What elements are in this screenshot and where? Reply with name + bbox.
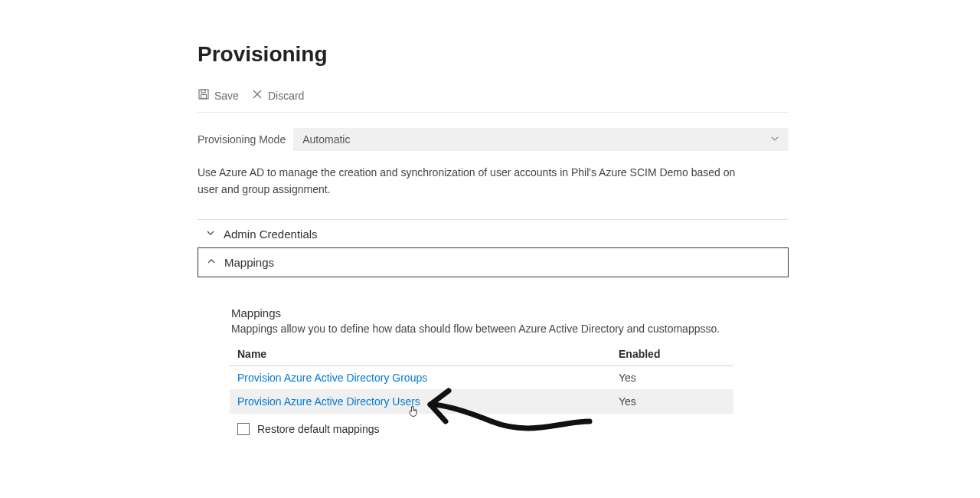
provisioning-mode-row: Provisioning Mode Automatic — [198, 128, 789, 151]
svg-rect-2 — [201, 95, 207, 99]
provisioning-mode-value: Automatic — [302, 133, 350, 146]
mappings-title: Mappings — [224, 256, 274, 269]
page-title: Provisioning — [198, 42, 789, 67]
admin-credentials-section: Admin Credentials — [198, 219, 789, 248]
save-label: Save — [214, 90, 239, 102]
mappings-description: Mappings allow you to define how data sh… — [231, 323, 755, 335]
mapping-link-users[interactable]: Provision Azure Active Directory Users — [237, 395, 420, 408]
mappings-table-header: Name Enabled — [230, 342, 733, 366]
mapping-enabled-value: Yes — [619, 395, 726, 408]
column-header-enabled: Enabled — [619, 348, 726, 360]
chevron-down-icon — [770, 133, 779, 146]
admin-credentials-header[interactable]: Admin Credentials — [198, 220, 789, 248]
mapping-enabled-value: Yes — [619, 372, 726, 384]
table-row[interactable]: Provision Azure Active Directory Groups … — [230, 366, 733, 390]
save-icon — [198, 88, 210, 103]
mappings-heading: Mappings — [231, 306, 755, 319]
table-row[interactable]: Provision Azure Active Directory Users Y… — [230, 390, 733, 414]
provisioning-mode-label: Provisioning Mode — [198, 133, 286, 146]
provisioning-description: Use Azure AD to manage the creation and … — [198, 165, 749, 198]
close-icon — [251, 88, 263, 103]
column-header-name: Name — [237, 348, 619, 360]
toolbar: Save Discard — [198, 88, 789, 113]
mapping-link-groups[interactable]: Provision Azure Active Directory Groups — [237, 372, 427, 384]
discard-button[interactable]: Discard — [251, 88, 304, 103]
svg-rect-1 — [201, 90, 205, 93]
restore-default-label: Restore default mappings — [257, 423, 380, 435]
chevron-down-icon — [205, 228, 216, 241]
chevron-up-icon — [206, 256, 217, 269]
mappings-header[interactable]: Mappings — [198, 248, 788, 277]
restore-default-checkbox[interactable] — [237, 423, 250, 435]
restore-default-row: Restore default mappings — [231, 414, 755, 444]
discard-label: Discard — [268, 90, 304, 102]
mappings-section: Mappings — [198, 247, 789, 277]
admin-credentials-title: Admin Credentials — [224, 228, 318, 241]
provisioning-mode-select[interactable]: Automatic — [293, 128, 789, 151]
mappings-table: Name Enabled Provision Azure Active Dire… — [230, 342, 733, 414]
mappings-body: Mappings Mappings allow you to define ho… — [198, 291, 789, 452]
cursor-pointer-icon — [407, 405, 420, 418]
save-button[interactable]: Save — [198, 88, 239, 103]
